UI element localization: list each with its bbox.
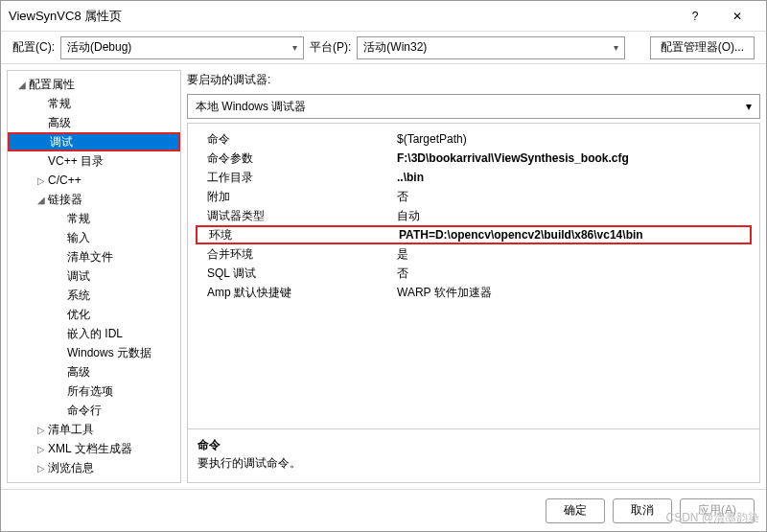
tree-item-label: 嵌入的 IDL <box>67 326 123 342</box>
property-key: 命令参数 <box>196 150 397 167</box>
titlebar: ViewSynVC8 属性页 ? ✕ <box>1 1 766 32</box>
property-grid-box: 命令$(TargetPath)命令参数F:\3D\bookarrival\Vie… <box>187 123 760 483</box>
config-value: 活动(Debug) <box>67 39 131 56</box>
tree-item-label: XML 文档生成器 <box>48 441 132 457</box>
platform-dropdown[interactable]: 活动(Win32) ▾ <box>357 36 625 59</box>
body: ◢配置属性常规高级调试VC++ 目录▷C/C++◢链接器常规输入清单文件调试系统… <box>1 64 766 489</box>
property-row[interactable]: 附加否 <box>196 187 752 206</box>
config-dropdown[interactable]: 活动(Debug) ▾ <box>60 36 304 59</box>
tree-item[interactable]: 高级 <box>8 113 180 132</box>
tree-item-label: 调试 <box>50 134 73 150</box>
property-value: WARP 软件加速器 <box>397 285 752 301</box>
debugger-value: 本地 Windows 调试器 <box>196 99 306 115</box>
footer: 确定 取消 应用(A) <box>1 489 766 531</box>
tree-item[interactable]: 清单文件 <box>8 247 180 266</box>
property-row[interactable]: 环境PATH=D:\opencv\opencv2\build\x86\vc14\… <box>196 225 752 244</box>
tree-item-label: VC++ 目录 <box>48 153 104 170</box>
property-row[interactable]: 命令参数F:\3D\bookarrival\ViewSynthesis_book… <box>196 149 752 168</box>
tree-item-label: 配置属性 <box>29 77 75 93</box>
tree-item[interactable]: ▷XML 文档生成器 <box>8 439 180 458</box>
tree-item-label: C/C++ <box>48 173 81 187</box>
property-page-window: ViewSynVC8 属性页 ? ✕ 配置(C): 活动(Debug) ▾ 平台… <box>0 0 767 532</box>
property-key: 环境 <box>198 227 399 243</box>
chevron-down-icon: ▾ <box>292 42 297 53</box>
tree-item[interactable]: 所有选项 <box>8 382 180 401</box>
tree-item-label: 常规 <box>67 211 90 227</box>
tree-item[interactable]: VC++ 目录 <box>8 151 180 171</box>
property-row[interactable]: SQL 调试否 <box>196 264 752 283</box>
expanded-icon: ◢ <box>35 195 48 205</box>
platform-value: 活动(Win32) <box>363 39 427 56</box>
chevron-down-icon: ▾ <box>746 100 752 113</box>
property-grid[interactable]: 命令$(TargetPath)命令参数F:\3D\bookarrival\Vie… <box>188 124 759 428</box>
property-row[interactable]: 工作目录..\bin <box>196 168 752 187</box>
property-key: 调试器类型 <box>196 208 397 224</box>
tree-item-label: 链接器 <box>48 192 82 208</box>
property-key: 命令 <box>196 131 397 148</box>
debugger-dropdown[interactable]: 本地 Windows 调试器 ▾ <box>187 94 760 119</box>
description-text: 要执行的调试命令。 <box>198 455 750 472</box>
collapsed-icon: ▷ <box>35 425 48 435</box>
property-row[interactable]: 调试器类型自动 <box>196 206 752 225</box>
tree-item[interactable]: 命令行 <box>8 401 180 420</box>
property-tree[interactable]: ◢配置属性常规高级调试VC++ 目录▷C/C++◢链接器常规输入清单文件调试系统… <box>7 70 181 483</box>
tree-item-label: 常规 <box>48 96 71 112</box>
property-value: F:\3D\bookarrival\ViewSynthesis_book.cfg <box>397 151 752 165</box>
debugger-launch-label: 要启动的调试器: <box>187 70 760 90</box>
tree-item-label: Windows 元数据 <box>67 345 151 361</box>
tree-item[interactable]: 输入 <box>8 228 180 247</box>
property-key: 工作目录 <box>196 170 397 186</box>
property-row[interactable]: 命令$(TargetPath) <box>196 129 752 149</box>
apply-button[interactable]: 应用(A) <box>680 498 755 523</box>
property-row[interactable]: 合并环境是 <box>196 244 752 264</box>
description-box: 命令 要执行的调试命令。 <box>188 428 759 482</box>
tree-item[interactable]: 系统 <box>8 286 180 305</box>
tree-item-label: 清单工具 <box>48 422 94 438</box>
tree-item[interactable]: ◢链接器 <box>8 190 180 209</box>
property-value: $(TargetPath) <box>397 132 752 146</box>
description-title: 命令 <box>198 437 750 453</box>
cancel-button[interactable]: 取消 <box>613 498 672 523</box>
chevron-down-icon: ▾ <box>614 42 618 53</box>
property-key: 合并环境 <box>196 246 397 263</box>
content-panel: 要启动的调试器: 本地 Windows 调试器 ▾ 命令$(TargetPath… <box>187 70 760 483</box>
collapsed-icon: ▷ <box>35 175 48 186</box>
tree-item[interactable]: 嵌入的 IDL <box>8 324 180 343</box>
tree-item-label: 清单文件 <box>67 249 113 266</box>
tree-item[interactable]: 高级 <box>8 362 180 382</box>
tree-item[interactable]: 调试 <box>8 266 180 286</box>
tree-item[interactable]: 调试 <box>8 132 180 151</box>
tree-item[interactable]: ▷清单工具 <box>8 420 180 439</box>
config-label: 配置(C): <box>12 39 55 56</box>
property-key: SQL 调试 <box>196 266 397 282</box>
tree-item-label: 所有选项 <box>67 383 113 400</box>
tree-item-label: 高级 <box>67 364 90 381</box>
property-value: PATH=D:\opencv\opencv2\build\x86\vc14\bi… <box>399 228 750 242</box>
tree-item-label: 高级 <box>48 115 71 131</box>
tree-item[interactable]: Windows 元数据 <box>8 343 180 362</box>
property-value: ..\bin <box>397 171 752 184</box>
property-value: 自动 <box>397 208 752 224</box>
tree-item-label: 系统 <box>67 288 90 304</box>
platform-label: 平台(P): <box>310 39 351 56</box>
window-title: ViewSynVC8 属性页 <box>9 8 674 25</box>
tree-item[interactable]: ◢配置属性 <box>8 75 180 94</box>
property-value: 否 <box>397 266 752 282</box>
tree-item-label: 优化 <box>67 307 90 323</box>
tree-item[interactable]: 常规 <box>8 94 180 113</box>
collapsed-icon: ▷ <box>35 444 48 454</box>
tree-item-label: 命令行 <box>67 403 102 419</box>
property-value: 否 <box>397 189 752 205</box>
property-key: Amp 默认快捷键 <box>196 285 397 301</box>
config-toolbar: 配置(C): 活动(Debug) ▾ 平台(P): 活动(Win32) ▾ 配置… <box>1 32 766 64</box>
tree-item[interactable]: 优化 <box>8 305 180 324</box>
property-row[interactable]: Amp 默认快捷键WARP 软件加速器 <box>196 283 752 302</box>
property-key: 附加 <box>196 189 397 205</box>
close-button[interactable]: ✕ <box>716 2 758 31</box>
config-manager-button[interactable]: 配置管理器(O)... <box>650 36 755 59</box>
tree-item[interactable]: ▷C/C++ <box>8 171 180 190</box>
help-button[interactable]: ? <box>674 2 716 31</box>
tree-item[interactable]: 常规 <box>8 209 180 228</box>
ok-button[interactable]: 确定 <box>546 498 605 523</box>
tree-item[interactable]: ▷浏览信息 <box>8 458 180 477</box>
